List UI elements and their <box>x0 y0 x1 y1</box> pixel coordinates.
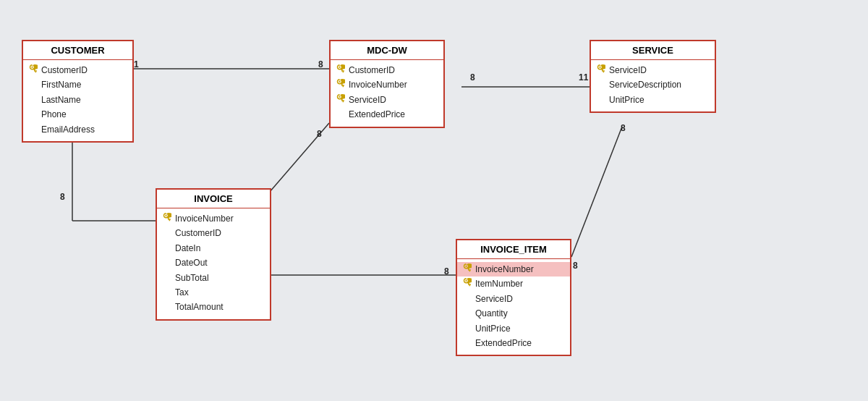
card-customer-invoice-from: 8 <box>60 192 65 202</box>
field-invoice-subtotal: SubTotal <box>163 271 264 285</box>
key-icon-item-num <box>463 277 473 291</box>
card-invoice-mdcdw-to: 8 <box>317 129 322 139</box>
key-icon-customerid <box>29 64 39 77</box>
card-invoice-item-to: 8 <box>444 266 449 277</box>
key-icon-service-sid <box>597 64 607 77</box>
entity-invoice-fields: InvoiceNumber CustomerID DateIn DateOut … <box>157 208 270 319</box>
card-customer-mdcdw-to: 8 <box>318 59 323 69</box>
field-item-unitprice: UnitPrice <box>463 321 564 336</box>
entity-mdcdw: MDC-DW CustomerID InvoiceNumber ServiceI… <box>329 40 445 128</box>
entity-customer-title: CUSTOMER <box>23 41 132 60</box>
card-mdcdw-service-from: 8 <box>470 72 475 83</box>
entity-service-title: SERVICE <box>591 41 715 60</box>
key-icon-invoice-num <box>163 212 173 226</box>
entity-service: SERVICE ServiceID ServiceDescription Uni… <box>590 40 716 113</box>
field-item-quantity: Quantity <box>463 306 564 321</box>
card-mdcdw-service-to: 11 <box>579 72 588 83</box>
field-item-extprice: ExtendedPrice <box>463 336 564 350</box>
key-icon-mdcdw-cid <box>336 64 346 77</box>
field-service-unitprice: UnitPrice <box>597 93 709 107</box>
field-invoice-totalamount: TotalAmount <box>163 300 264 314</box>
card-item-service-to: 8 <box>621 123 626 133</box>
card-item-service-from: 8 <box>573 261 578 271</box>
field-item-serviceid: ServiceID <box>463 292 564 306</box>
field-invoice-customerid: CustomerID <box>163 226 264 240</box>
field-invoice-invoicenumber: InvoiceNumber <box>163 211 264 226</box>
field-mdcdw-extprice: ExtendedPrice <box>336 107 438 122</box>
field-customer-phone: Phone <box>29 107 127 122</box>
field-invoice-datein: DateIn <box>163 241 264 256</box>
entity-service-fields: ServiceID ServiceDescription UnitPrice <box>591 60 715 111</box>
field-service-desc: ServiceDescription <box>597 77 709 92</box>
field-item-itemnumber: ItemNumber <box>463 277 564 291</box>
entity-invoice: INVOICE InvoiceNumber CustomerID DateIn … <box>156 188 271 321</box>
field-item-invoicenumber: InvoiceNumber <box>457 262 570 277</box>
field-mdcdw-customerid: CustomerID <box>336 63 438 77</box>
field-mdcdw-serviceid: ServiceID <box>336 93 438 107</box>
entity-invoice-item: INVOICE_ITEM InvoiceNumber ItemNumber Se… <box>456 239 571 356</box>
key-icon-mdcdw-svc <box>336 93 346 107</box>
diagram-container: 1 8 8 8 11 1 8 1 8 8 8 CUSTOMER Customer… <box>0 0 868 401</box>
svg-line-6 <box>571 127 622 257</box>
entity-invoice-item-title: INVOICE_ITEM <box>457 240 570 259</box>
field-invoice-tax: Tax <box>163 285 264 300</box>
entity-mdcdw-fields: CustomerID InvoiceNumber ServiceID Exten… <box>331 60 443 127</box>
entity-customer: CUSTOMER CustomerID FirstName LastName P… <box>22 40 134 143</box>
entity-customer-fields: CustomerID FirstName LastName Phone Emai… <box>23 60 132 141</box>
field-customer-lastname: LastName <box>29 93 127 107</box>
card-customer-mdcdw-from: 1 <box>134 59 139 69</box>
field-invoice-dateout: DateOut <box>163 256 264 270</box>
entity-invoice-item-fields: InvoiceNumber ItemNumber ServiceID Quant… <box>457 259 570 355</box>
field-customer-email: EmailAddress <box>29 122 127 137</box>
field-mdcdw-invoicenumber: InvoiceNumber <box>336 77 438 92</box>
key-icon-mdcdw-inv <box>336 78 346 92</box>
key-icon-item-inv <box>463 263 473 277</box>
entity-invoice-title: INVOICE <box>157 190 270 208</box>
field-service-serviceid: ServiceID <box>597 63 709 77</box>
field-customer-customerid: CustomerID <box>29 63 127 77</box>
entity-mdcdw-title: MDC-DW <box>331 41 443 60</box>
field-customer-firstname: FirstName <box>29 77 127 92</box>
